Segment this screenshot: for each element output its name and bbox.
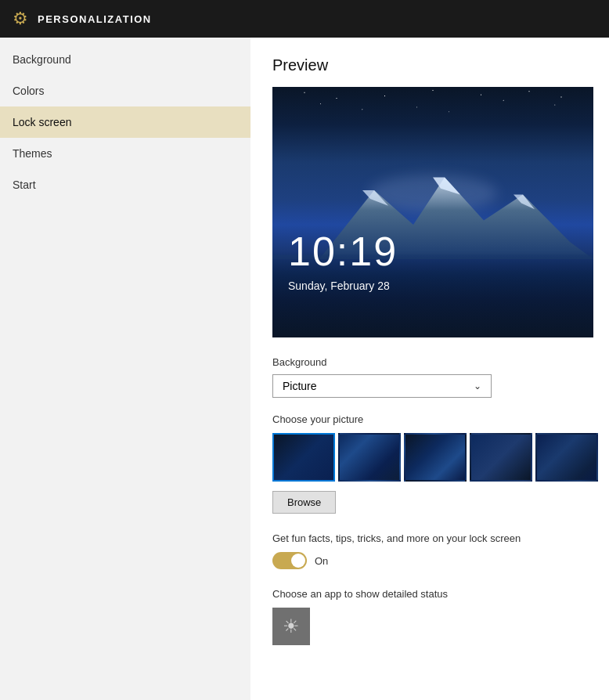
background-label: Background: [272, 356, 587, 368]
app-status-label: Choose an app to show detailed status: [272, 588, 587, 600]
browse-button[interactable]: Browse: [272, 491, 336, 514]
choose-picture-label: Choose your picture: [272, 413, 587, 425]
picture-grid: [272, 433, 587, 482]
toggle-description: Get fun facts, tips, tricks, and more on…: [272, 532, 587, 544]
app-title: PERSONALIZATION: [38, 13, 152, 25]
picture-thumb-2[interactable]: [338, 433, 401, 482]
settings-icon: ⚙: [13, 9, 28, 29]
lock-screen-preview: 10:19 Sunday, February 28: [272, 87, 593, 337]
dropdown-value: Picture: [283, 380, 317, 392]
sidebar-item-themes[interactable]: Themes: [0, 138, 250, 169]
weather-icon: ☀: [283, 615, 300, 637]
content-area: Preview: [250, 38, 609, 700]
fun-facts-toggle[interactable]: [272, 552, 307, 569]
background-dropdown[interactable]: Picture ⌄: [272, 374, 492, 398]
preview-time: 10:19: [288, 228, 398, 275]
app-status-icon-box[interactable]: ☀: [272, 608, 310, 645]
picture-thumb-3[interactable]: [404, 433, 467, 482]
toggle-row: On: [272, 552, 587, 569]
picture-thumb-4[interactable]: [470, 433, 532, 482]
sidebar-item-background[interactable]: Background: [0, 44, 250, 75]
sidebar-item-lock-screen[interactable]: Lock screen: [0, 106, 250, 138]
preview-date: Sunday, February 28: [288, 280, 390, 292]
app-header: ⚙ PERSONALIZATION: [0, 0, 609, 38]
sidebar: Background Colors Lock screen Themes Sta…: [0, 38, 250, 700]
chevron-down-icon: ⌄: [474, 381, 481, 391]
picture-thumb-1[interactable]: [272, 433, 335, 482]
picture-thumb-5[interactable]: [535, 433, 598, 482]
sidebar-item-start[interactable]: Start: [0, 169, 250, 200]
section-title: Preview: [272, 56, 587, 74]
main-layout: Background Colors Lock screen Themes Sta…: [0, 38, 609, 700]
toggle-knob: [291, 554, 305, 568]
preview-background: 10:19 Sunday, February 28: [272, 87, 593, 337]
toggle-state-label: On: [315, 555, 328, 567]
sidebar-item-colors[interactable]: Colors: [0, 75, 250, 106]
